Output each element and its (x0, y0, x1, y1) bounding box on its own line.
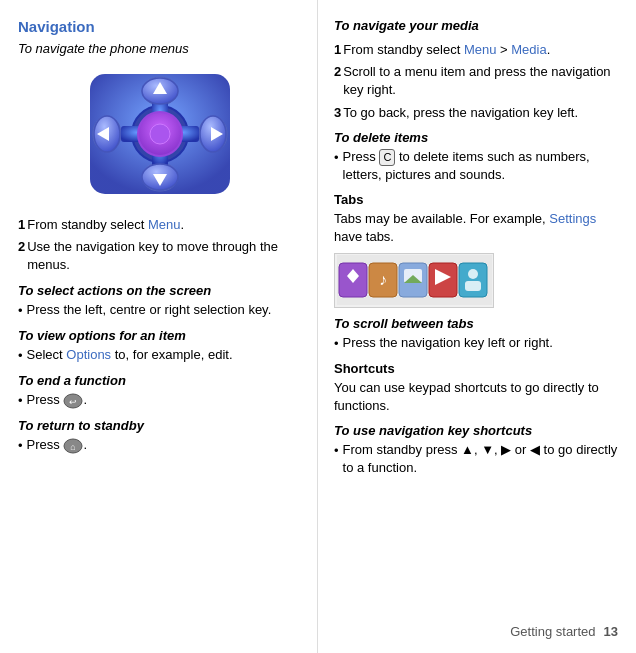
svg-text:↩: ↩ (69, 397, 77, 407)
right-column: To navigate your media 1 From standby se… (318, 0, 636, 653)
select-actions-title: To select actions on the screen (18, 283, 301, 298)
menu-link-2: Menu (464, 42, 497, 57)
svg-rect-41 (465, 281, 481, 291)
end-function-section: To end a function • Press ↩. (18, 373, 301, 410)
right-intro-heading: To navigate your media (334, 18, 620, 33)
svg-point-40 (468, 269, 478, 279)
right-steps: 1 From standby select Menu > Media. 2 Sc… (334, 41, 620, 122)
tabs-desc: Tabs may be available. For example, Sett… (334, 210, 620, 246)
svg-rect-39 (459, 263, 487, 297)
svg-text:⌂: ⌂ (71, 442, 76, 452)
settings-link: Settings (549, 211, 596, 226)
svg-point-24 (150, 124, 170, 144)
nav-shortcuts-bullet: • From standby press ▲, ▼, ▶ or ◀ to go … (334, 441, 620, 477)
view-options-title: To view options for an item (18, 328, 301, 343)
nav-shortcuts-title: To use navigation key shortcuts (334, 423, 620, 438)
options-link: Options (66, 347, 111, 362)
scroll-tabs-section: To scroll between tabs • Press the navig… (334, 316, 620, 353)
menu-link-1: Menu (148, 217, 181, 232)
return-standby-title: To return to standby (18, 418, 301, 433)
nav-key-image (80, 64, 240, 204)
media-link: Media (511, 42, 546, 57)
scroll-tabs-title: To scroll between tabs (334, 316, 620, 331)
tabs-image: ♪ (334, 253, 494, 308)
shortcuts-section: Shortcuts You can use keypad shortcuts t… (334, 361, 620, 415)
return-standby-section: To return to standby • Press ⌂. (18, 418, 301, 455)
nav-shortcuts-section: To use navigation key shortcuts • From s… (334, 423, 620, 477)
tabs-section: Tabs Tabs may be available. For example,… (334, 192, 620, 307)
shortcuts-desc: You can use keypad shortcuts to go direc… (334, 379, 620, 415)
page-number: 13 (604, 624, 618, 639)
end-function-bullet: • Press ↩. (18, 391, 301, 410)
step-1: 1 From standby select Menu. (18, 216, 301, 234)
shortcuts-title: Shortcuts (334, 361, 620, 376)
c-key: C (379, 149, 395, 166)
footer: Getting started 13 (510, 624, 618, 639)
left-intro-heading: To navigate the phone menus (18, 41, 301, 56)
section-title: Navigation (18, 18, 301, 35)
select-actions-bullet: • Press the left, centre or right select… (18, 301, 301, 320)
right-step-1: 1 From standby select Menu > Media. (334, 41, 620, 59)
tabs-title: Tabs (334, 192, 620, 207)
return-standby-bullet: • Press ⌂. (18, 436, 301, 455)
left-steps: 1 From standby select Menu. 2 Use the na… (18, 216, 301, 275)
scroll-tabs-bullet: • Press the navigation key left or right… (334, 334, 620, 353)
view-options-bullet: • Select Options to, for example, edit. (18, 346, 301, 365)
step-2: 2 Use the navigation key to move through… (18, 238, 301, 274)
view-options-section: To view options for an item • Select Opt… (18, 328, 301, 365)
svg-text:♪: ♪ (379, 271, 387, 288)
left-column: Navigation To navigate the phone menus (0, 0, 318, 653)
right-step-2: 2 Scroll to a menu item and press the na… (334, 63, 620, 99)
delete-items-section: To delete items • Press C to delete item… (334, 130, 620, 184)
select-actions-section: To select actions on the screen • Press … (18, 283, 301, 320)
footer-label: Getting started (510, 624, 595, 639)
delete-items-title: To delete items (334, 130, 620, 145)
end-function-title: To end a function (18, 373, 301, 388)
delete-items-bullet: • Press C to delete items such as number… (334, 148, 620, 184)
right-step-3: 3 To go back, press the navigation key l… (334, 104, 620, 122)
